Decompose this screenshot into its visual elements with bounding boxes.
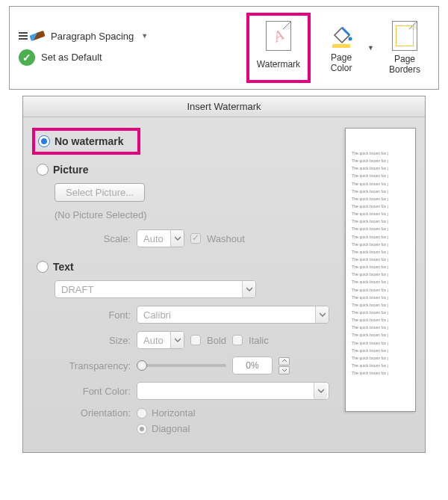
preview-line: The quick brown fox j [352,362,415,369]
chevron-down-icon[interactable]: ▼ [367,44,374,52]
chevron-down-icon [314,383,327,399]
svg-point-1 [349,37,352,41]
preview-line: The quick brown fox j [352,278,415,286]
svg-rect-0 [332,44,350,48]
dialog-title: Insert Watermark [23,96,425,117]
page-borders-icon [389,20,420,52]
preview-line: The quick brown fox j [352,324,415,331]
transparency-slider[interactable] [137,364,226,367]
preview-line: The quick brown fox j [352,347,415,354]
transparency-value[interactable]: 0% [232,357,273,374]
preview-line: The quick brown fox j [352,217,415,225]
paragraph-spacing-button[interactable]: Paragraph Spacing ▼ [19,31,240,42]
font-value: Calibri [137,309,315,321]
text-radio[interactable]: Text [37,261,332,273]
preview-line: The quick brown fox j [352,271,415,278]
preview-line: The quick brown fox j [352,149,415,157]
preview-line: The quick brown fox j [352,286,415,294]
insert-watermark-dialog: Insert Watermark No watermark Picture Se… [22,96,426,453]
picture-radio[interactable]: Picture [37,164,332,176]
horizontal-radio[interactable]: Horizontal [137,407,196,419]
ribbon-left-group: Paragraph Spacing ▼ ✓ Set as Default [19,31,240,66]
washout-checkbox[interactable] [190,233,201,244]
scale-label: Scale: [34,233,131,244]
select-picture-button[interactable]: Select Picture... [55,183,145,202]
preview-line: The quick brown fox j [352,172,415,179]
page-color-label: Page Color [331,53,352,74]
page-color-button[interactable]: Page Color [317,17,366,78]
watermark-icon: A [263,20,294,52]
set-as-default-button[interactable]: ✓ Set as Default [19,49,240,66]
size-value: Auto [137,335,170,346]
transparency-stepper[interactable] [279,357,290,374]
page-preview: The quick brown fox jThe quick brown fox… [345,128,416,412]
chevron-up-icon [279,357,290,365]
font-color-picker[interactable] [137,382,329,400]
preview-line: The quick brown fox j [352,339,415,347]
size-combo[interactable]: Auto [137,331,184,349]
preview-line: The quick brown fox j [352,316,415,324]
scale-combo[interactable]: Auto [137,229,184,247]
preview-line: The quick brown fox j [352,225,415,232]
chevron-down-icon [170,332,184,348]
no-picture-selected-text: (No Picture Selected) [55,209,332,220]
text-label: Text [53,261,74,273]
no-watermark-highlight: No watermark [32,128,140,155]
diagonal-radio[interactable]: Diagonal [137,423,196,434]
preview-line: The quick brown fox j [352,157,415,164]
washout-label: Washout [207,233,245,244]
radio-icon [37,164,49,176]
bold-checkbox[interactable] [190,335,201,345]
text-value-combo[interactable]: DRAFT [55,280,256,298]
preview-line: The quick brown fox j [352,180,415,188]
italic-checkbox[interactable] [232,335,243,345]
page-borders-label: Page Borders [389,55,420,75]
watermark-label: Watermark [257,55,300,75]
bold-label: Bold [207,335,226,346]
font-color-label: Font Color: [34,386,131,397]
checkmark-icon: ✓ [19,49,35,66]
radio-icon [137,408,147,419]
no-watermark-label: No watermark [55,135,124,147]
text-value: DRAFT [55,284,242,295]
horizontal-label: Horizontal [152,407,196,419]
preview-line: The quick brown fox j [352,188,415,195]
preview-line: The quick brown fox j [352,256,415,263]
scale-value: Auto [137,233,170,244]
preview-line: The quick brown fox j [352,331,415,339]
radio-icon [38,135,50,147]
chevron-down-icon [170,230,184,247]
preview-line: The quick brown fox j [352,233,415,241]
chevron-down-icon [242,281,255,297]
transparency-label: Transparency: [34,360,131,371]
diagonal-label: Diagonal [152,423,190,434]
watermark-button[interactable]: A Watermark [246,13,311,83]
set-as-default-label: Set as Default [41,52,102,63]
paragraph-spacing-label: Paragraph Spacing [51,31,134,42]
preview-line: The quick brown fox j [352,301,415,309]
chevron-down-icon [315,306,329,323]
preview-line: The quick brown fox j [352,210,415,217]
chevron-down-icon: ▼ [141,32,148,40]
italic-label: Italic [249,335,269,346]
page-borders-button[interactable]: Page Borders [380,16,429,80]
paint-bucket-icon [327,22,355,50]
radio-icon [37,261,49,273]
no-watermark-radio[interactable]: No watermark [38,135,124,147]
preview-line: The quick brown fox j [352,354,415,362]
preview-line: The quick brown fox j [352,164,415,172]
picture-label: Picture [53,164,88,176]
paragraph-spacing-icon [19,32,45,40]
preview-line: The quick brown fox j [352,203,415,210]
radio-icon [137,424,147,434]
preview-line: The quick brown fox j [352,241,415,248]
preview-line: The quick brown fox j [352,263,415,271]
preview-line: The quick brown fox j [352,248,415,256]
preview-line: The quick brown fox j [352,294,415,301]
font-label: Font: [34,309,131,321]
size-label: Size: [34,335,131,346]
font-combo[interactable]: Calibri [137,306,329,324]
ribbon-toolbar: Paragraph Spacing ▼ ✓ Set as Default A W… [9,6,439,90]
orientation-label: Orientation: [34,407,131,419]
preview-line: The quick brown fox j [352,369,415,377]
